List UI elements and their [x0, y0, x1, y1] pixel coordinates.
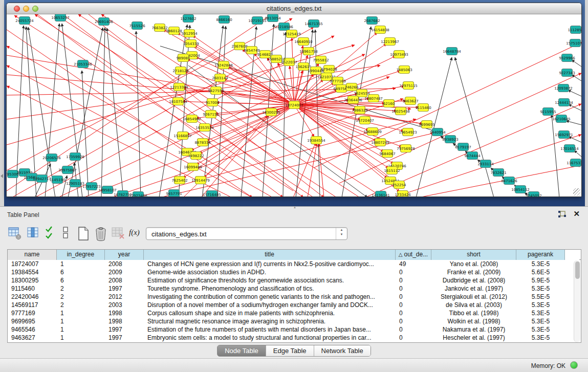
column-header-pagerank[interactable]: pagerank — [516, 250, 565, 260]
graph-node[interactable]: 2933114 — [477, 160, 494, 168]
table-row[interactable]: 2242004622012Investigating the contribut… — [8, 293, 581, 301]
graph-node[interactable]: 62160 — [383, 100, 395, 107]
graph-node[interactable]: 989081 — [177, 54, 190, 62]
graph-node[interactable]: 9474444 — [464, 152, 481, 160]
graph-node[interactable]: 8466160 — [216, 16, 232, 24]
graph-node[interactable]: 917006 — [206, 99, 220, 106]
graph-node[interactable]: 1498222 — [188, 152, 204, 160]
table-row[interactable]: 969969511998Structural magnetic resonanc… — [8, 317, 581, 325]
graph-node[interactable]: 6179197 — [455, 143, 471, 151]
graph-node[interactable]: 16099489 — [184, 163, 202, 171]
tab-node-table[interactable]: Node Table — [217, 345, 266, 356]
graph-node[interactable]: 16154838 — [371, 26, 389, 34]
table-selector-dropdown[interactable]: citations_edges.txt ▲▼ — [146, 227, 347, 240]
window-titlebar[interactable]: citations_edges.txt — [7, 3, 581, 14]
graph-node[interactable]: 10688609 — [363, 128, 382, 136]
graph-node[interactable]: 1527602 — [180, 15, 196, 23]
column-header-year[interactable]: year — [105, 250, 144, 260]
graph-node[interactable]: 1054339 — [183, 40, 199, 48]
column-header-short[interactable]: short — [431, 250, 516, 260]
graph-node[interactable]: 12213967 — [381, 38, 399, 46]
graph-node[interactable]: 15166857 — [173, 132, 192, 140]
graph-node[interactable]: 9267150 — [203, 111, 219, 118]
tab-network-table[interactable]: Network Table — [314, 345, 371, 356]
graph-node[interactable]: 15720407 — [356, 117, 374, 124]
graph-node[interactable]: 7515526 — [129, 22, 145, 30]
graph-node[interactable]: 20691406 — [95, 18, 113, 26]
show-column-icon[interactable] — [27, 226, 41, 242]
panel-collapse-handle[interactable] — [1, 174, 3, 178]
graph-node[interactable]: 19654923 — [399, 128, 417, 136]
graph-node[interactable]: 9699695 — [419, 121, 434, 128]
graph-node[interactable]: 1112854 — [568, 26, 581, 34]
table-row[interactable]: 977716911998Corpus callosum shape and si… — [8, 309, 581, 317]
graph-node[interactable]: 12444134 — [555, 99, 573, 106]
row-squares-icon[interactable] — [61, 226, 76, 242]
column-header-in-degree[interactable]: in_degree — [57, 250, 105, 260]
graph-node[interactable]: 1440954 — [429, 128, 446, 136]
graph-node[interactable]: 1145190 — [49, 176, 65, 184]
column-header-title[interactable]: title — [144, 250, 396, 260]
graph-node[interactable]: 9245052 — [526, 192, 541, 197]
graph-node[interactable]: 9860128 — [166, 27, 182, 35]
graph-node[interactable]: 9457791 — [166, 190, 182, 197]
graph-node[interactable]: 10025458 — [391, 107, 410, 115]
graph-node[interactable]: 9427552 — [208, 87, 224, 95]
graph-node[interactable]: 2603144 — [212, 74, 228, 82]
graph-node[interactable]: 15751074 — [566, 39, 581, 47]
graph-node[interactable]: 1733426 — [395, 191, 411, 197]
graph-node[interactable]: 8813054 — [265, 14, 281, 22]
graph-node[interactable]: 17016514 — [560, 145, 579, 152]
graph-node[interactable]: 9463627 — [402, 97, 418, 105]
graph-node[interactable]: 12975115 — [399, 82, 418, 90]
table-row[interactable]: 1938455462009Genome-wide association stu… — [8, 268, 581, 276]
graph-node[interactable]: 16640910 — [294, 38, 313, 46]
graph-node[interactable]: 17359928 — [66, 153, 84, 161]
table-row[interactable]: 946362711997Embryonic stem cells: a mode… — [8, 334, 581, 342]
graph-node[interactable]: 252254 — [393, 181, 406, 189]
graph-node[interactable]: 7663822 — [151, 24, 167, 32]
table-row[interactable]: 911546021997Tourette syndrome. Phenomeno… — [8, 285, 581, 293]
graph-node[interactable]: 9684067 — [379, 150, 395, 158]
memory-ok-indicator-icon[interactable] — [570, 361, 578, 369]
graph-node[interactable]: 8471626 — [501, 177, 517, 185]
graph-node[interactable]: 10973493 — [390, 51, 408, 58]
graph-node[interactable]: 16648784 — [443, 48, 461, 55]
float-panel-icon[interactable] — [557, 210, 567, 218]
table-row[interactable]: 946554611997Estimation of the future num… — [8, 325, 581, 334]
graph-node[interactable]: 14671355 — [304, 20, 323, 28]
trash-icon[interactable] — [94, 226, 108, 242]
graph-node[interactable]: 7625402 — [171, 177, 187, 184]
graph-node[interactable]: 9215955 — [540, 108, 556, 116]
column-header-out-de-[interactable]: △out_de... — [396, 250, 431, 260]
graph-node[interactable]: 12218586 — [275, 23, 293, 31]
table-row[interactable]: 1872400712008Changes of HCN gene express… — [8, 260, 581, 268]
graph-node[interactable]: 30975867 — [58, 166, 77, 174]
graph-node[interactable]: 9227343 — [559, 69, 575, 77]
graph-node[interactable]: 10719155 — [248, 17, 267, 25]
graph-node[interactable]: 12905183 — [66, 180, 84, 187]
new-document-icon[interactable] — [77, 226, 91, 242]
network-canvas-container[interactable]: 1872400724055724106532572069140675155261… — [7, 14, 581, 196]
graph-node[interactable]: 9777169 — [330, 77, 345, 85]
column-header-name[interactable]: name — [8, 250, 57, 260]
tab-edge-table[interactable]: Edge Table — [266, 345, 314, 356]
graph-node[interactable]: 19384554 — [307, 137, 325, 144]
table-vertical-scrollbar[interactable] — [574, 260, 580, 342]
graph-node[interactable]: 7986322 — [352, 106, 367, 114]
function-builder-icon[interactable]: f(x) — [129, 228, 143, 244]
table-row[interactable]: 1830029562008Estimation of significance … — [8, 276, 581, 285]
graph-node[interactable]: 20206526 — [42, 154, 61, 162]
close-panel-icon[interactable]: ✕ — [573, 209, 580, 218]
scrollbar-thumb[interactable] — [575, 261, 580, 279]
table-settings-icon[interactable] — [8, 226, 23, 242]
table-row[interactable]: 1456911722003Disruption of a novel membe… — [8, 301, 581, 309]
graph-node[interactable]: 2687682 — [364, 17, 380, 25]
graph-node[interactable]: 1615112 — [384, 167, 400, 174]
graph-node[interactable]: 11675334 — [567, 159, 581, 167]
graph-node[interactable]: 10854112 — [511, 186, 530, 193]
graph-node[interactable]: 7832621 — [490, 169, 506, 177]
graph-node[interactable]: 7955812 — [313, 56, 329, 64]
graph-node[interactable]: 10914479 — [191, 177, 210, 184]
select-rows-icon[interactable] — [45, 226, 59, 242]
